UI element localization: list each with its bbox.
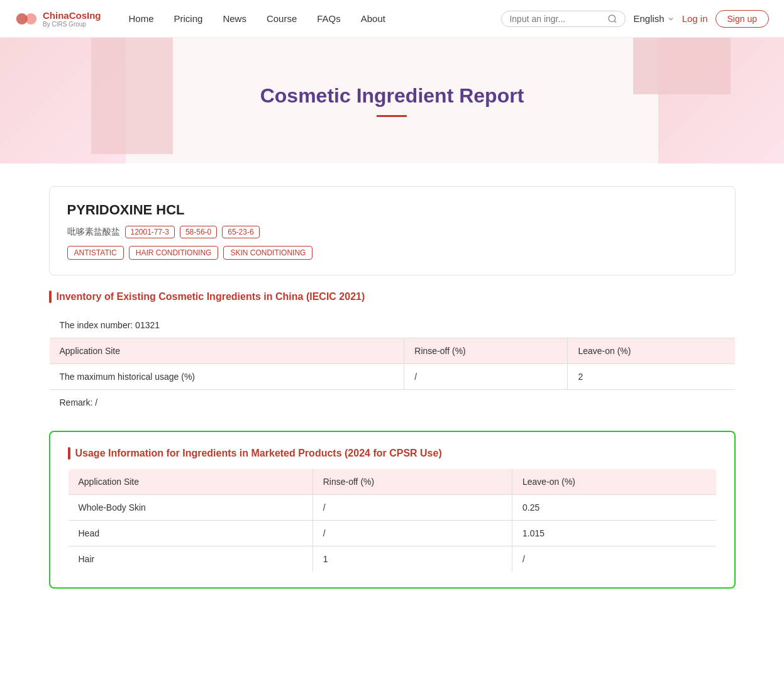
iecic-data-row: The maximum historical usage (%) / 2 [49, 364, 735, 390]
col1-header: Application Site [49, 338, 404, 364]
index-cell: The index number: 01321 [49, 313, 735, 338]
func-badge-0: ANTISTATIC [67, 246, 124, 260]
hero-banner: Cosmetic Ingredient Report [0, 38, 784, 163]
ingredient-card: PYRIDOXINE HCL 吡哆素盐酸盐 12001-77-3 58-56-0… [49, 186, 736, 275]
svg-point-2 [609, 15, 616, 22]
usage-col1: Application Site [68, 469, 312, 495]
search-box [501, 11, 626, 27]
col3-header: Leave-on (%) [568, 338, 735, 364]
table-row: Hair 1 / [68, 546, 716, 572]
table-row: Head / 1.015 [68, 521, 716, 546]
iecic-header-row: Application Site Rinse-off (%) Leave-on … [49, 338, 735, 364]
cas-badge-1: 58-56-0 [180, 226, 217, 238]
search-icon [607, 14, 617, 24]
hero-deco-right [633, 38, 731, 94]
max-usage-label: The maximum historical usage (%) [49, 364, 404, 390]
nav-course[interactable]: Course [259, 11, 304, 26]
remark-row: Remark: / [49, 390, 735, 416]
usage-section: Usage Information for Ingredients in Mar… [49, 431, 736, 589]
nav-faqs[interactable]: FAQs [309, 11, 348, 26]
svg-line-3 [615, 21, 617, 23]
leave-1: 1.015 [512, 521, 716, 546]
leave-0: 0.25 [512, 495, 716, 521]
func-badge-1: HAIR CONDITIONING [129, 246, 219, 260]
leave-value: 2 [568, 364, 735, 390]
leave-2: / [512, 546, 716, 572]
cas-badge-2: 65-23-6 [222, 226, 259, 238]
iecic-title: Inventory of Existing Cosmetic Ingredien… [57, 291, 365, 302]
page-title: Cosmetic Ingredient Report [260, 84, 524, 108]
chinese-name: 吡哆素盐酸盐 [67, 226, 120, 238]
index-row: The index number: 01321 [49, 313, 735, 338]
nav-news[interactable]: News [215, 11, 254, 26]
hero-deco-left [91, 38, 173, 154]
logo[interactable]: ChinaCosIng By CIRS Group [15, 8, 101, 30]
hero-divider [377, 115, 407, 117]
rinse-0: / [312, 495, 512, 521]
iecic-header: Inventory of Existing Cosmetic Ingredien… [49, 291, 736, 303]
col2-header: Rinse-off (%) [404, 338, 568, 364]
chevron-down-icon [667, 15, 675, 23]
main-content: PYRIDOXINE HCL 吡哆素盐酸盐 12001-77-3 58-56-0… [34, 186, 751, 589]
section-bar [49, 291, 52, 303]
table-row: Whole-Body Skin / 0.25 [68, 495, 716, 521]
iecic-table: The index number: 01321 Application Site… [49, 312, 736, 416]
logo-sub: By CIRS Group [43, 21, 101, 28]
usage-header: Usage Information for Ingredients in Mar… [68, 447, 717, 460]
function-badges: ANTISTATIC HAIR CONDITIONING SKIN CONDIT… [67, 246, 717, 260]
logo-name: ChinaCosIng [43, 10, 101, 21]
ingredient-meta: 吡哆素盐酸盐 12001-77-3 58-56-0 65-23-6 [67, 226, 717, 238]
ingredient-name: PYRIDOXINE HCL [67, 202, 717, 218]
usage-col3: Leave-on (%) [512, 469, 716, 495]
search-input[interactable] [509, 14, 604, 24]
rinse-1: / [312, 521, 512, 546]
func-badge-2: SKIN CONDITIONING [223, 246, 312, 260]
site-0: Whole-Body Skin [68, 495, 312, 521]
usage-table: Application Site Rinse-off (%) Leave-on … [68, 468, 717, 572]
logo-icon [15, 8, 38, 30]
nav-home[interactable]: Home [121, 11, 162, 26]
usage-col2: Rinse-off (%) [312, 469, 512, 495]
signup-button[interactable]: Sign up [715, 10, 769, 28]
svg-point-1 [25, 13, 36, 25]
nav-pricing[interactable]: Pricing [167, 11, 211, 26]
site-2: Hair [68, 546, 312, 572]
rinse-2: 1 [312, 546, 512, 572]
site-1: Head [68, 521, 312, 546]
iecic-section: Inventory of Existing Cosmetic Ingredien… [49, 291, 736, 416]
usage-header-row: Application Site Rinse-off (%) Leave-on … [68, 469, 716, 495]
cas-badge-0: 12001-77-3 [125, 226, 175, 238]
nav-about[interactable]: About [353, 11, 393, 26]
login-button[interactable]: Log in [682, 13, 708, 24]
language-selector[interactable]: English [633, 13, 674, 24]
remark-cell: Remark: / [49, 390, 735, 416]
rinse-value: / [404, 364, 568, 390]
usage-title: Usage Information for Ingredients in Mar… [75, 448, 442, 459]
usage-section-bar [68, 447, 70, 460]
